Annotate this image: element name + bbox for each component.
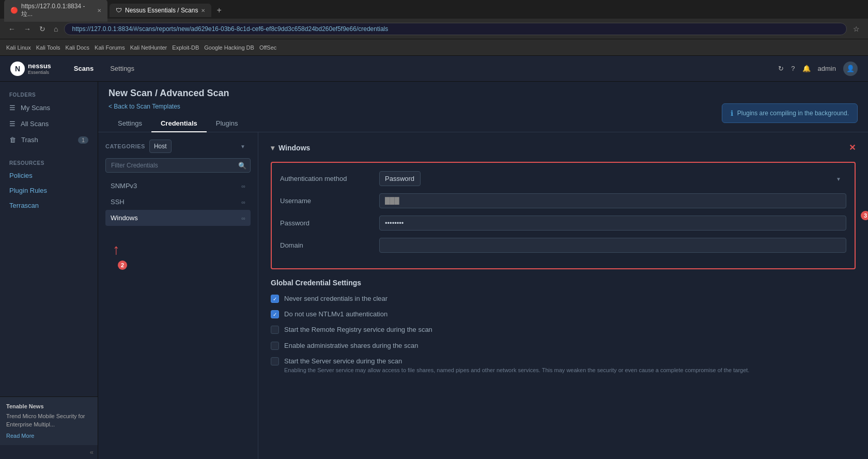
username-input[interactable]: [379, 193, 846, 208]
password-input[interactable]: [379, 216, 846, 231]
notifications-icon[interactable]: 🔔: [802, 65, 811, 72]
filter-wrap: 🔍: [105, 158, 251, 173]
user-avatar[interactable]: 👤: [843, 62, 858, 76]
bookmark-google-hacking-db[interactable]: Google Hacking DB: [204, 44, 254, 51]
browser-tab-active[interactable]: 🛡 Nessus Essentials / Scans ✕: [110, 4, 211, 17]
checkbox-server-service-label: Start the Server service during the scan: [284, 357, 402, 365]
windows-section-header: ▾ Windows ✕: [271, 143, 856, 152]
username-label: Username: [280, 197, 373, 205]
cred-item-snmpv3[interactable]: SNMPv3 ∞: [105, 178, 251, 194]
checkbox-never-send: ✓ Never send credentials in the clear: [271, 294, 856, 303]
read-more-link[interactable]: Read More: [6, 433, 91, 439]
news-title: Tenable News: [6, 403, 91, 409]
tab-title-active: Nessus Essentials / Scans: [125, 7, 198, 14]
snmpv3-icon: ∞: [241, 183, 245, 189]
checkbox-remote-registry-input[interactable]: [271, 326, 279, 334]
username-row: Username: [280, 193, 846, 208]
credentials-highlight-box: 3 Authentication method Password Usernam…: [271, 162, 856, 269]
sidebar-item-all-scans[interactable]: ☰ All Scans: [0, 116, 98, 132]
windows-icon: ∞: [241, 215, 245, 221]
domain-input[interactable]: [379, 238, 846, 253]
sidebar: FOLDERS ☰ My Scans ☰ All Scans 🗑 Trash 1…: [0, 82, 98, 459]
tab-close-inactive[interactable]: ✕: [97, 8, 101, 13]
categories-label: CATEGORIES: [105, 143, 145, 149]
auth-method-select[interactable]: Password: [379, 171, 421, 186]
checkbox-no-ntlm-input[interactable]: ✓: [271, 310, 279, 318]
all-scans-icon: ☰: [9, 120, 16, 128]
sidebar-policies[interactable]: Policies: [0, 168, 98, 183]
categories-select[interactable]: Host: [149, 140, 172, 153]
filter-credentials-input[interactable]: [105, 158, 251, 173]
checkbox-remote-registry: Start the Remote Registry service during…: [271, 325, 856, 334]
trash-badge: 1: [78, 136, 88, 144]
ssh-label: SSH: [111, 198, 125, 206]
checkbox-server-service-input[interactable]: [271, 357, 279, 365]
bookmark-kali-forums[interactable]: Kali Forums: [95, 44, 125, 51]
checkbox-admin-shares-input[interactable]: [271, 342, 279, 350]
annotation-3: 3: [861, 211, 868, 220]
bookmark-kali-docs[interactable]: Kali Docs: [66, 44, 89, 51]
sidebar-plugin-rules[interactable]: Plugin Rules: [0, 183, 98, 198]
categories-header: CATEGORIES Host: [105, 140, 251, 153]
refresh-icon[interactable]: ↻: [778, 65, 784, 72]
windows-fold-icon[interactable]: ▾: [271, 144, 274, 152]
bookmark-kali-tools[interactable]: Kali Tools: [36, 44, 60, 51]
nav-back[interactable]: ←: [6, 24, 18, 34]
bookmark-star[interactable]: ☆: [851, 24, 862, 34]
bookmark-exploit-db[interactable]: Exploit-DB: [172, 44, 199, 51]
header-nav-settings[interactable]: Settings: [103, 62, 142, 75]
checkbox-ntlm-check-icon: ✓: [273, 312, 277, 317]
bookmark-offsec[interactable]: OffSec: [259, 44, 276, 51]
bookmark-kali-nethunter[interactable]: Kali NetHunter: [130, 44, 167, 51]
tab-close-active[interactable]: ✕: [201, 8, 205, 13]
page-title: New Scan / Advanced Scan: [109, 88, 858, 99]
trash-label: Trash: [21, 136, 38, 144]
checkbox-no-ntlm-label: Do not use NTLMv1 authentication: [284, 310, 388, 319]
cred-item-ssh[interactable]: SSH ∞: [105, 194, 251, 210]
header-nav-scans[interactable]: Scans: [67, 62, 101, 75]
tab-favicon: 🔴: [10, 7, 18, 14]
checkbox-admin-shares: Enable administrative shares during the …: [271, 341, 856, 350]
browser-tab-inactive[interactable]: 🔴 https://127.0.0.1:8834 - 垃... ✕: [4, 0, 107, 22]
sidebar-news: Tenable News Trend Micro Mobile Security…: [0, 396, 98, 445]
address-bar[interactable]: https://127.0.0.1:8834/#/scans/reports/n…: [64, 23, 847, 35]
sidebar-item-my-scans[interactable]: ☰ My Scans: [0, 100, 98, 116]
trash-icon: 🗑: [9, 136, 16, 144]
tab-favicon-active: 🛡: [116, 7, 122, 14]
sidebar-item-trash[interactable]: 🗑 Trash 1: [0, 132, 98, 148]
help-icon[interactable]: ?: [791, 65, 795, 72]
ssh-icon: ∞: [241, 199, 245, 205]
bookmark-kali-linux[interactable]: Kali Linux: [6, 44, 31, 51]
folders-label: FOLDERS: [0, 87, 98, 100]
nav-refresh[interactable]: ↻: [37, 24, 48, 34]
form-panel: → 1 ▾ Windows ✕ 3 Authentication method: [258, 132, 868, 459]
annotation-2: 2: [118, 261, 127, 270]
cred-item-windows[interactable]: Windows ∞ ↑ 2: [105, 210, 251, 226]
checkbox-server-service-desc: Enabling the Server service may allow ac…: [284, 367, 749, 373]
scan-body: CATEGORIES Host 🔍 SNMPv3 ∞: [98, 132, 868, 459]
sidebar-collapse-button[interactable]: «: [0, 445, 98, 459]
nav-forward[interactable]: →: [22, 24, 33, 34]
resources-label: RESOURCES: [0, 155, 98, 168]
snmpv3-label: SNMPv3: [111, 182, 137, 190]
windows-label: Windows: [111, 214, 138, 222]
filter-search-icon: 🔍: [238, 162, 246, 170]
sidebar-terrascan[interactable]: Terrascan: [0, 198, 98, 213]
checkbox-remote-registry-label: Start the Remote Registry service during…: [284, 325, 432, 334]
news-text: Trend Micro Mobile Security for Enterpri…: [6, 412, 91, 429]
my-scans-icon: ☰: [9, 104, 16, 112]
domain-label: Domain: [280, 241, 373, 249]
logo-icon: N: [10, 62, 25, 76]
tab-plugins[interactable]: Plugins: [207, 115, 247, 132]
checkbox-never-send-input[interactable]: ✓: [271, 295, 279, 303]
tab-credentials[interactable]: Credentials: [151, 115, 207, 132]
tab-settings[interactable]: Settings: [109, 115, 151, 132]
notification-text: Plugins are compiling in the background.: [737, 110, 849, 117]
notification-icon: ℹ: [731, 109, 733, 117]
nav-home[interactable]: ⌂: [52, 24, 60, 34]
auth-method-label: Authentication method: [280, 175, 373, 182]
checkbox-check-icon: ✓: [273, 296, 277, 302]
my-scans-label: My Scans: [21, 104, 50, 112]
new-tab-button[interactable]: +: [213, 6, 224, 15]
windows-close-button[interactable]: ✕: [849, 143, 856, 152]
